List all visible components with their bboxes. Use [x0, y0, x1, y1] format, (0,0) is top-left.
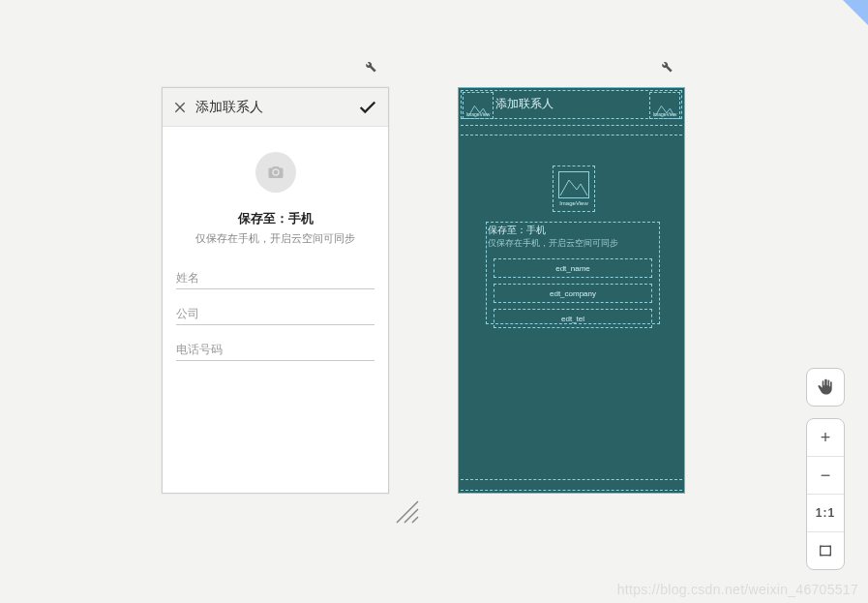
preview-title: 添加联系人 — [195, 99, 263, 116]
name-field[interactable] — [176, 265, 374, 289]
hand-icon — [816, 377, 835, 397]
company-field[interactable] — [176, 301, 374, 325]
design-canvas: 添加联系人 保存至：手机 仅保存在手机，开启云空间可同步 ImageView — [0, 0, 868, 603]
resize-handle-icon[interactable] — [391, 496, 420, 525]
zoom-in-button[interactable]: + — [807, 419, 844, 457]
imageview-label: ImageView — [559, 200, 588, 206]
zoom-out-button[interactable]: − — [807, 457, 844, 495]
bp-header-imageview-left: ImageView — [463, 92, 494, 119]
bp-bottom-outline — [461, 479, 682, 491]
preview-body: 保存至：手机 仅保存在手机，开启云空间可同步 — [163, 127, 388, 493]
avatar-placeholder[interactable] — [255, 152, 296, 193]
svg-rect-0 — [821, 546, 831, 555]
save-target-subtext: 仅保存在手机，开启云空间可同步 — [195, 231, 355, 246]
fit-screen-button[interactable] — [807, 532, 844, 569]
fullscreen-icon — [818, 543, 833, 558]
bp-divider — [461, 125, 682, 126]
bp-divider — [461, 135, 682, 136]
minus-icon: − — [821, 466, 831, 486]
wrench-icon[interactable] — [658, 58, 673, 74]
pan-tool-button[interactable] — [806, 368, 845, 407]
bp-field-name: edt_name — [494, 258, 652, 278]
field-group — [176, 265, 374, 373]
bp-field-tel: edt_tel — [494, 309, 652, 328]
watermark-text: https://blog.csdn.net/weixin_46705517 — [617, 582, 858, 597]
bp-image-inner — [558, 171, 589, 198]
bp-header-imageview-right: ImageView — [649, 92, 680, 119]
zoom-toolbar: + − 1:1 — [806, 418, 845, 570]
one-to-one-label: 1:1 — [816, 506, 835, 520]
confirm-check-icon[interactable] — [357, 97, 378, 118]
save-target-label: 保存至：手机 — [238, 210, 314, 227]
wrench-icon[interactable] — [362, 58, 377, 74]
bp-avatar-imageview: ImageView — [553, 166, 595, 212]
tel-field[interactable] — [176, 337, 374, 361]
blueprint-preview: ImageView ImageView 添加联系人 ImageView 保存至：… — [458, 87, 685, 494]
rendered-preview: 添加联系人 保存至：手机 仅保存在手机，开启云空间可同步 — [162, 87, 389, 494]
zoom-reset-button[interactable]: 1:1 — [807, 495, 844, 532]
preview-header: 添加联系人 — [163, 88, 388, 127]
plus-icon: + — [821, 428, 831, 448]
camera-icon — [267, 164, 284, 181]
bp-save-sub: 仅保存在手机，开启云空间可同步 — [488, 237, 618, 250]
imageview-label: ImageView — [466, 112, 491, 117]
bp-save-label: 保存至：手机 — [488, 224, 546, 237]
bp-title: 添加联系人 — [495, 96, 554, 112]
bp-field-company: edt_company — [494, 284, 652, 303]
close-icon[interactable] — [172, 100, 188, 115]
imageview-label: ImageView — [653, 112, 677, 117]
